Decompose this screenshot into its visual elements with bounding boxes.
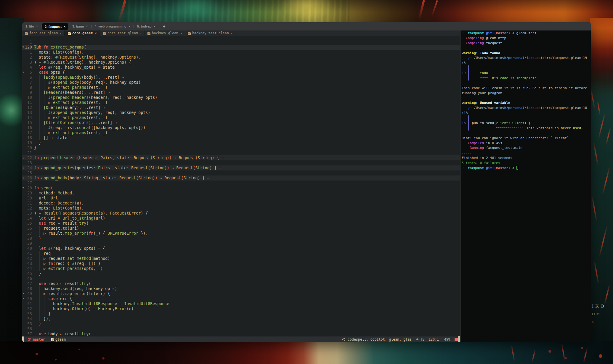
window-tab-web-programming[interactable]: 4: web-programming× xyxy=(92,22,134,30)
window-tab-facquest[interactable]: 2: facquest× xyxy=(42,23,68,30)
buffer-close-icon[interactable]: ✕ xyxy=(180,32,182,35)
buffer-tab-hackney_test.gleam[interactable]: hackney_test.gleam✕ xyxy=(185,30,235,36)
code-line[interactable]: 21 xyxy=(22,150,460,155)
buffer-close-icon[interactable]: ✕ xyxy=(95,31,97,35)
code-line[interactable]: 36 request.to(uri) xyxy=(22,226,460,231)
git-branch-indicator[interactable]: master xyxy=(28,337,45,342)
code-line[interactable]: 42 ▷ request.set_method(method) xyxy=(22,256,460,261)
code-line[interactable]: 54 }), xyxy=(22,316,460,321)
code-line[interactable]: 9 [Headers(headers), ..rest] → xyxy=(22,90,460,95)
fold-open-icon[interactable] xyxy=(22,70,25,75)
terminal-output-pane[interactable]: ➜ facquest git:(master) ✗ gleam test Com… xyxy=(461,30,591,342)
tab-close-icon[interactable]: × xyxy=(64,25,65,28)
code-text: req xyxy=(34,251,460,256)
buffer-close-icon[interactable]: ✕ xyxy=(231,32,232,35)
code-line[interactable]: 53 } xyxy=(22,311,460,316)
buffer-tab-core_test.gleam[interactable]: core_test.gleam✕ xyxy=(100,30,145,36)
code-line[interactable]: 56 xyxy=(22,326,460,331)
tab-close-icon[interactable]: × xyxy=(153,25,155,28)
new-tab-button[interactable]: ✚ xyxy=(159,22,169,30)
fold-closed-icon[interactable]: › xyxy=(22,165,25,170)
code-line[interactable]: 1 xyxy=(22,40,460,45)
code-line[interactable]: ›26fn append_body(body: String, state: R… xyxy=(22,175,460,181)
code-line[interactable]: 14 ▷ extract_params(rest, _) xyxy=(22,115,460,120)
buffer-close-icon[interactable]: ✕ xyxy=(60,32,62,35)
code-line[interactable]: 4 let #(req, hackney_opts) = state xyxy=(22,65,460,70)
code-line[interactable]: 47 use resp ← result.try( xyxy=(22,281,460,286)
code-line[interactable]: 17 ▷ extract_params(rest, _) xyxy=(22,130,460,135)
code-line[interactable]: 48 hackney.send(req, hackney_opts) xyxy=(22,286,460,291)
code-line[interactable]: 50 case err { xyxy=(22,296,460,301)
fold-open-icon[interactable] xyxy=(22,45,25,50)
window-tab-tpmu[interactable]: 3: tpmu× xyxy=(69,22,91,30)
fold-closed-icon[interactable]: › xyxy=(22,175,25,181)
buffer-tab-facquest.gleam[interactable]: facquest.gleam✕ xyxy=(22,30,65,36)
fold-closed-icon[interactable]: › xyxy=(22,155,25,160)
code-line[interactable]: 11 ▷ extract_params(rest, _) xyxy=(22,100,460,105)
code-line[interactable]: 35 use req ← result.try( xyxy=(22,221,460,226)
code-line[interactable]: 12 [Queries(query), ..rest] → xyxy=(22,105,460,110)
pane-divider[interactable] xyxy=(460,30,461,342)
code-line[interactable]: ›22fn prepend_headers(headers: Pairs, st… xyxy=(22,155,460,160)
tab-close-icon[interactable]: × xyxy=(129,25,130,28)
buffer-tab-core.gleam[interactable]: core.gleam✕ xyxy=(65,30,100,36)
fold-open-icon[interactable] xyxy=(22,291,25,296)
code-area[interactable]: 1120pub fn extract_params(1 opts: List(C… xyxy=(22,40,460,336)
code-line[interactable]: 45 } xyxy=(22,271,460,276)
code-line[interactable]: 2 state: #(Request(String), hackney.Opti… xyxy=(22,55,460,60)
code-line[interactable]: 13 #(append_queries(query, req), hackney… xyxy=(22,110,460,115)
code-line[interactable]: 16 #(req, list.concat([hackney_opts, opt… xyxy=(22,125,460,130)
buffer-close-icon[interactable]: ✕ xyxy=(140,32,142,35)
terminal-line: ..... xyxy=(462,150,591,155)
editor-pane[interactable]: facquest.gleam✕core.gleam✕core_test.glea… xyxy=(22,30,460,342)
code-line[interactable]: 6 [Body(OpaqueBody(body)), ..rest] → xyxy=(22,75,460,80)
code-line[interactable]: 32 opts: List(Config), xyxy=(22,206,460,211)
code-line[interactable]: 23 xyxy=(22,160,460,165)
code-line[interactable]: 29 method: Method, xyxy=(22,191,460,196)
code-line[interactable]: 34 let uri = url_to_string(url) xyxy=(22,216,460,221)
fold-open-icon[interactable] xyxy=(22,296,25,301)
code-line[interactable]: 7 #(append_body(body, req), hackney_opts… xyxy=(22,80,460,85)
code-line[interactable]: 10 #(prepend_headers(headers, req), hack… xyxy=(22,95,460,100)
code-line[interactable]: 25 xyxy=(22,170,460,175)
code-line[interactable]: 44 ▷ extract_params(opts, _) xyxy=(22,266,460,271)
code-line[interactable]: 43 ▷ fn(req) { #(req, []) } xyxy=(22,261,460,266)
code-line[interactable]: 15 [ClientOptions(opts), ..rest] → xyxy=(22,120,460,125)
tab-close-icon[interactable]: × xyxy=(86,25,88,28)
code-line[interactable]: 28fn send( xyxy=(22,186,460,191)
code-line[interactable]: 31 decode: Decoder(a), xyxy=(22,201,460,206)
code-line[interactable]: 49 ▷ result.map_error(fn(err) { xyxy=(22,291,460,296)
code-line[interactable]: 5 case opts { xyxy=(22,70,460,75)
code-line[interactable]: 40 let #(req, hackney_opts) = { xyxy=(22,246,460,251)
code-line[interactable]: 8 ▷ extract_params(rest, _) xyxy=(22,85,460,90)
code-line[interactable]: 1 opts: List(Config), xyxy=(22,50,460,55)
code-line[interactable]: 18 [] → state xyxy=(22,135,460,140)
code-line[interactable]: 20} xyxy=(22,145,460,150)
window-tab-trulyao[interactable]: 5: trulyao× xyxy=(134,22,159,30)
indent-guide xyxy=(39,115,40,120)
code-line[interactable]: 52 hackney.Other(e) → HackneyError(e) xyxy=(22,306,460,311)
indent-guide xyxy=(39,90,40,95)
code-line[interactable]: 19 } xyxy=(22,140,460,145)
tab-close-icon[interactable]: × xyxy=(36,25,38,28)
fold-open-icon[interactable] xyxy=(22,186,25,191)
buffer-tab-hackney.gleam[interactable]: hackney.gleam✕ xyxy=(145,30,185,36)
code-line[interactable]: 3) → #(Request(String), hackney.Options)… xyxy=(22,60,460,65)
code-line[interactable]: 55 ) xyxy=(22,321,460,326)
code-line[interactable]: 27 xyxy=(22,181,460,186)
editor-scrollbar-thumb[interactable] xyxy=(458,336,460,342)
code-line[interactable]: 41 req xyxy=(22,251,460,256)
code-line[interactable]: 38 ) xyxy=(22,236,460,241)
window-tab-lito[interactable]: 1: lito× xyxy=(22,22,41,30)
code-line[interactable]: 51 hackney.InvalidUtf8Response → Invalid… xyxy=(22,301,460,306)
code-line[interactable]: 37 ▷ result.map_error(fn(_) { URLParseEr… xyxy=(22,231,460,236)
code-line[interactable]: 39 xyxy=(22,241,460,246)
code-line[interactable]: 33) → Result(FacquestResponse(a), Facque… xyxy=(22,211,460,216)
code-line[interactable]: 46 xyxy=(22,276,460,281)
code-token: Request xyxy=(164,176,181,180)
code-line[interactable]: 30 url: Url, xyxy=(22,196,460,201)
code-line[interactable]: ›24fn append_queries(queries: Pairs, sta… xyxy=(22,165,460,170)
code-line[interactable]: 120pub fn extract_params( xyxy=(22,45,460,50)
line-number: 23 xyxy=(25,160,32,165)
code-line[interactable]: 57 use body ← result.try( xyxy=(22,331,460,336)
